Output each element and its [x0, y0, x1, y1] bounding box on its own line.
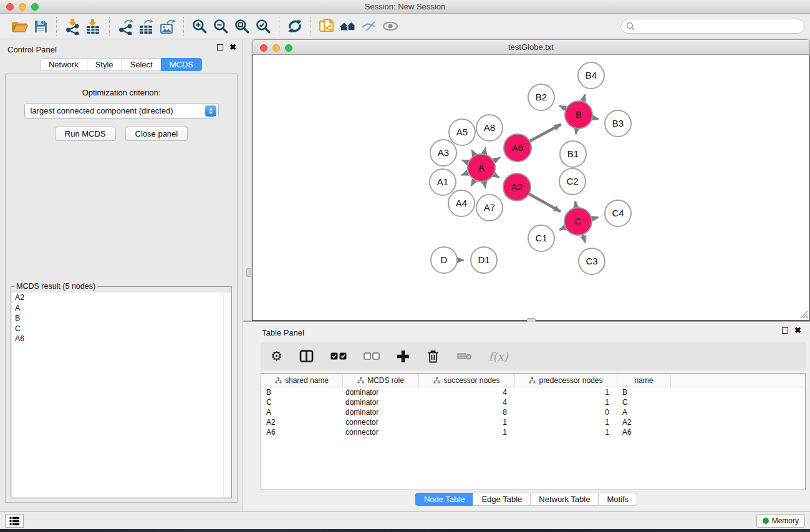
close-window-button[interactable] — [6, 3, 14, 11]
graph-edge-A-A2[interactable] — [493, 175, 499, 178]
zoom-out-icon[interactable] — [210, 16, 231, 36]
graph-node-C3[interactable]: C3 — [579, 248, 605, 274]
tab-motifs[interactable]: Motifs — [598, 493, 637, 506]
run-mcds-button[interactable]: Run MCDS — [55, 127, 116, 141]
table-cell[interactable]: 4 — [419, 387, 515, 397]
table-row[interactable]: Adominator80A — [261, 407, 805, 417]
toggle-visibility-icon[interactable] — [359, 16, 380, 36]
graph-edge-C-C3[interactable] — [582, 235, 585, 243]
column-header-MCDS-role[interactable]: MCDS role — [343, 374, 419, 387]
export-image-icon[interactable] — [157, 16, 178, 36]
result-list-item[interactable]: C — [12, 324, 231, 334]
tab-edge-table[interactable]: Edge Table — [473, 493, 531, 506]
zoom-in-icon[interactable] — [189, 16, 210, 36]
table-cell[interactable]: dominator — [343, 387, 419, 397]
table-cell[interactable]: 1 — [515, 427, 617, 437]
graph-edge-A-A6[interactable] — [493, 157, 500, 161]
close-table-panel-icon[interactable]: ✖ — [794, 327, 801, 334]
graph-node-B2[interactable]: B2 — [528, 84, 554, 110]
graph-node-B[interactable]: B — [565, 101, 592, 128]
graph-node-D[interactable]: D — [431, 247, 457, 273]
table-cell[interactable]: dominator — [343, 397, 419, 407]
table-cell[interactable]: B — [617, 387, 671, 397]
select-all-checks-icon[interactable] — [330, 352, 347, 360]
mcds-result-list[interactable]: A2ABCA6 — [12, 293, 231, 497]
graph-edge-C-C1[interactable] — [559, 227, 566, 230]
graph-node-A7[interactable]: A7 — [476, 195, 503, 221]
graph-node-A[interactable]: A — [468, 154, 495, 181]
column-header-shared-name[interactable]: shared name — [261, 374, 343, 387]
table-cell[interactable]: dominator — [343, 407, 419, 417]
tab-select[interactable]: Select — [122, 58, 162, 71]
home-icon[interactable] — [337, 16, 359, 36]
graph-node-B1[interactable]: B1 — [560, 141, 586, 167]
tab-network[interactable]: Network — [40, 58, 87, 71]
table-cell[interactable]: 1 — [515, 387, 617, 397]
graph-node-C2[interactable]: C2 — [559, 168, 586, 195]
table-cell[interactable]: 0 — [515, 407, 617, 417]
import-network-icon[interactable] — [62, 16, 83, 36]
graph-node-C4[interactable]: C4 — [605, 200, 631, 226]
table-cell[interactable]: 4 — [419, 397, 515, 407]
graph-edge-C-C4[interactable] — [592, 217, 599, 218]
network-canvas[interactable]: B4B2BB3A5A8A6A3AB1A1A2C2A4A7C4CC1C3DD1 — [252, 55, 810, 321]
graph-edge-C-C2[interactable] — [575, 201, 576, 208]
table-cell[interactable]: A — [617, 407, 671, 417]
table-cell[interactable]: B — [261, 387, 343, 397]
table-cell[interactable]: A2 — [261, 417, 343, 427]
graph-edge-A-A8[interactable] — [484, 147, 485, 154]
graph-edge-A-A7[interactable] — [484, 181, 485, 188]
tab-network-table[interactable]: Network Table — [530, 493, 599, 506]
tab-node-table[interactable]: Node Table — [415, 493, 474, 506]
graph-edge-A-A3[interactable] — [462, 160, 469, 163]
graph-node-B4[interactable]: B4 — [578, 62, 604, 89]
minimize-window-button[interactable] — [19, 3, 26, 11]
graph-edge-A-A4[interactable] — [471, 180, 475, 186]
save-session-icon[interactable] — [30, 16, 51, 36]
graph-node-C1[interactable]: C1 — [528, 225, 554, 251]
table-row[interactable]: A6connector11A6 — [261, 427, 805, 437]
result-list-item[interactable]: A6 — [12, 334, 231, 344]
graph-node-A6[interactable]: A6 — [504, 134, 531, 162]
graph-edge-B-B3[interactable] — [592, 118, 598, 119]
export-table-icon[interactable] — [136, 16, 157, 36]
graph-node-B3[interactable]: B3 — [605, 110, 631, 137]
graph-node-C[interactable]: C — [564, 208, 592, 235]
graph-edge-A-A5[interactable] — [471, 150, 475, 156]
column-header-name[interactable]: name — [617, 374, 671, 387]
table-cell[interactable]: 8 — [419, 407, 515, 417]
graph-node-D1[interactable]: D1 — [471, 247, 497, 273]
table-settings-gear-icon[interactable]: ⚙ — [271, 350, 282, 362]
resize-grip-icon[interactable] — [800, 311, 808, 319]
optimization-criterion-select[interactable]: largest connected component (directed) — [24, 103, 219, 118]
delete-table-icon[interactable] — [456, 352, 472, 360]
import-table-icon[interactable] — [83, 16, 104, 36]
graph-node-A5[interactable]: A5 — [449, 119, 475, 145]
export-network-icon[interactable] — [115, 16, 136, 36]
result-scrollbar[interactable] — [223, 293, 231, 497]
result-list-item[interactable]: B — [12, 313, 231, 324]
add-row-plus-icon[interactable] — [397, 350, 410, 363]
table-cell[interactable]: 1 — [515, 397, 617, 407]
network-minimize-button[interactable] — [272, 44, 280, 52]
table-cell[interactable]: A — [261, 407, 343, 417]
table-cell[interactable]: connector — [343, 427, 419, 437]
column-header-successor-nodes[interactable]: successor nodes — [419, 374, 515, 387]
table-cell[interactable]: connector — [343, 417, 419, 427]
graph-node-A1[interactable]: A1 — [430, 169, 456, 195]
open-folder-icon[interactable] — [9, 16, 30, 36]
zoom-selected-icon[interactable] — [253, 16, 274, 36]
node-table[interactable]: shared nameMCDS rolesuccessor nodesprede… — [261, 373, 806, 490]
show-all-eye-icon[interactable] — [380, 16, 401, 36]
table-cell[interactable]: 1 — [419, 427, 515, 437]
graph-edge-B-B1[interactable] — [576, 128, 577, 135]
graph-node-A2[interactable]: A2 — [503, 173, 531, 201]
table-row[interactable]: Cdominator41C — [261, 397, 805, 407]
table-row[interactable]: Bdominator41B — [261, 387, 805, 397]
search-input[interactable] — [637, 22, 804, 31]
table-cell[interactable]: 1 — [419, 417, 515, 427]
split-columns-icon[interactable] — [299, 350, 314, 362]
tab-mcds[interactable]: MCDS — [161, 58, 202, 71]
column-header-predecessor-nodes[interactable]: predecessor nodes — [515, 374, 617, 387]
result-list-item[interactable]: A2 — [12, 293, 231, 303]
